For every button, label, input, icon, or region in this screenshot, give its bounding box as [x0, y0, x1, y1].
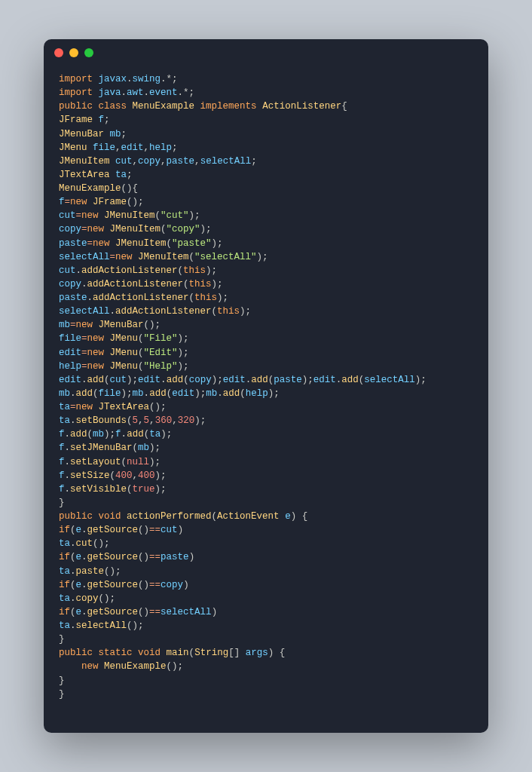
code-token [127, 101, 133, 112]
code-token: ( [189, 293, 195, 303]
code-token: selectAll [59, 252, 110, 262]
code-token: ; [121, 129, 127, 139]
code-token: getSource [87, 525, 139, 535]
code-token: ; [172, 142, 178, 153]
code-token: . [81, 525, 87, 535]
code-token: "copy" [167, 224, 200, 234]
code-token: ) [183, 580, 189, 590]
code-token: = [70, 402, 76, 412]
code-token: ); [212, 279, 223, 290]
code-token: . [65, 484, 71, 495]
code-token: this [194, 293, 217, 303]
code-token: actionPerformed [127, 511, 212, 522]
code-token: file [99, 388, 121, 399]
code-token [104, 348, 110, 358]
code-token: public [59, 648, 93, 658]
code-token: ( [121, 457, 127, 467]
code-token: ) { [291, 511, 308, 522]
code-token: .*; [161, 74, 178, 84]
code-token [161, 648, 167, 658]
code-token: addActionListener [93, 293, 189, 303]
code-token: e [76, 580, 82, 590]
code-token: . [81, 580, 87, 590]
code-token: ); [194, 388, 206, 399]
code-line: paste.addActionListener(this); [59, 291, 473, 305]
code-token: "selectAll" [194, 252, 257, 262]
code-token: (); [99, 593, 116, 604]
code-token: mb [206, 388, 217, 399]
window-titlebar [44, 39, 488, 66]
code-token: event [149, 87, 178, 98]
code-token: ); [257, 252, 268, 262]
code-line: public class MenuExample implements Acti… [59, 100, 473, 113]
code-token: add [167, 375, 184, 385]
code-token: e [76, 552, 82, 562]
code-token [87, 197, 93, 207]
code-token: paste [161, 552, 189, 562]
code-token: MenuExample [104, 661, 167, 672]
code-token [99, 210, 105, 221]
code-token: ); [415, 375, 427, 385]
code-token: mb [138, 443, 149, 453]
close-dot-icon[interactable] [54, 48, 63, 57]
code-token: . [144, 388, 150, 399]
code-token: if [59, 525, 70, 535]
code-token: } [59, 676, 65, 686]
zoom-dot-icon[interactable] [84, 48, 93, 57]
code-token: mb [59, 388, 70, 399]
code-token: () [138, 552, 149, 562]
code-line: edit=new JMenu("Edit"); [59, 346, 473, 360]
code-token: add [149, 388, 167, 399]
code-token: ) [212, 607, 218, 617]
code-window: import javax.swing.*;import java.awt.eve… [44, 39, 488, 733]
code-token: cut [110, 375, 127, 385]
code-line: ta.copy(); [59, 592, 473, 605]
code-token [104, 333, 110, 344]
code-token: ta [149, 429, 161, 440]
code-token [133, 648, 139, 658]
code-token: this [183, 265, 206, 276]
code-token: . [70, 566, 76, 577]
code-token: copy [59, 224, 81, 234]
code-token: ( [70, 607, 76, 617]
code-token: setJMenuBar [70, 443, 133, 453]
code-token: } [59, 689, 65, 700]
code-token: ); [161, 429, 172, 440]
code-token: selectAll [364, 375, 415, 385]
code-token: ( [104, 375, 110, 385]
code-token: . [81, 279, 87, 290]
code-token: . [81, 552, 87, 562]
code-token: file [93, 142, 115, 153]
code-line: if(e.getSource()==cut) [59, 523, 473, 537]
code-line: f.setVisible(true); [59, 482, 473, 496]
code-token: (); [127, 197, 144, 207]
code-token: = [81, 361, 87, 372]
code-line: f.setSize(400,400); [59, 469, 473, 482]
code-token: new [93, 238, 110, 249]
code-token: new [115, 252, 133, 262]
code-token [133, 252, 139, 262]
code-line: new MenuExample(); [59, 660, 473, 673]
code-token: add [223, 388, 240, 399]
code-token [93, 101, 99, 112]
code-token: ( [70, 552, 76, 562]
code-token: add [70, 429, 87, 440]
minimize-dot-icon[interactable] [69, 48, 78, 57]
code-token: new [70, 197, 87, 207]
code-line: ta.cut(); [59, 537, 473, 550]
code-token: new [76, 402, 93, 412]
code-token: ( [161, 224, 167, 234]
code-token: static [99, 648, 133, 658]
code-token: JMenuItem [104, 210, 155, 221]
code-token: this [189, 279, 212, 290]
code-token [99, 661, 105, 672]
code-token: , [172, 415, 178, 426]
code-token: edit [59, 348, 81, 358]
code-token: if [59, 607, 70, 617]
code-token: new [87, 348, 105, 358]
code-token: JMenu [110, 333, 139, 344]
code-token: JMenuItem [59, 156, 110, 167]
code-token: selectAll [59, 306, 110, 317]
code-token: setBounds [76, 415, 127, 426]
code-line: import javax.swing.*; [59, 72, 473, 86]
